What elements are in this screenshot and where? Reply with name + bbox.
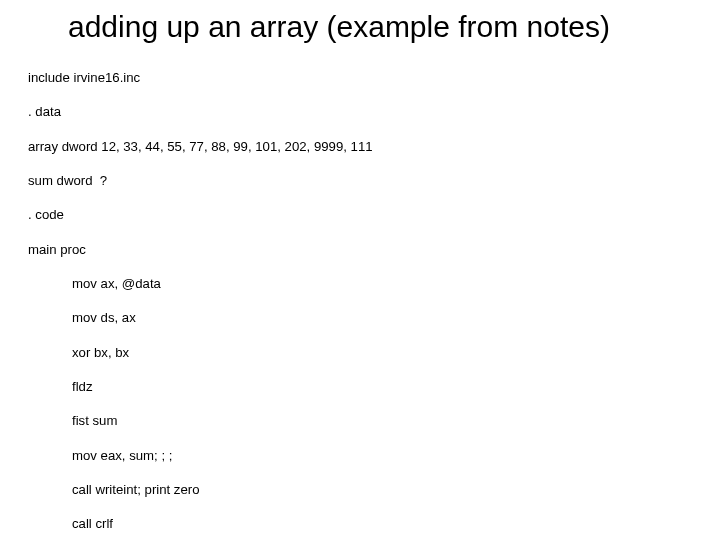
code-line: array dword 12, 33, 44, 55, 77, 88, 99, … [28,138,692,155]
code-line: main proc [28,241,692,258]
code-block: include irvine16.inc . data array dword … [28,52,692,540]
code-line: xor bx, bx [28,344,692,361]
code-line: . data [28,103,692,120]
code-line: sum dword ? [28,172,692,189]
code-line: fist sum [28,412,692,429]
code-line: fldz [28,378,692,395]
code-line: call crlf [28,515,692,532]
code-line: call writeint; print zero [28,481,692,498]
code-line: mov ax, @data [28,275,692,292]
code-line: mov ds, ax [28,309,692,326]
slide: adding up an array (example from notes) … [0,0,720,540]
code-line: include irvine16.inc [28,69,692,86]
slide-title: adding up an array (example from notes) [68,10,692,44]
code-line: mov eax, sum; ; ; [28,447,692,464]
code-line: . code [28,206,692,223]
